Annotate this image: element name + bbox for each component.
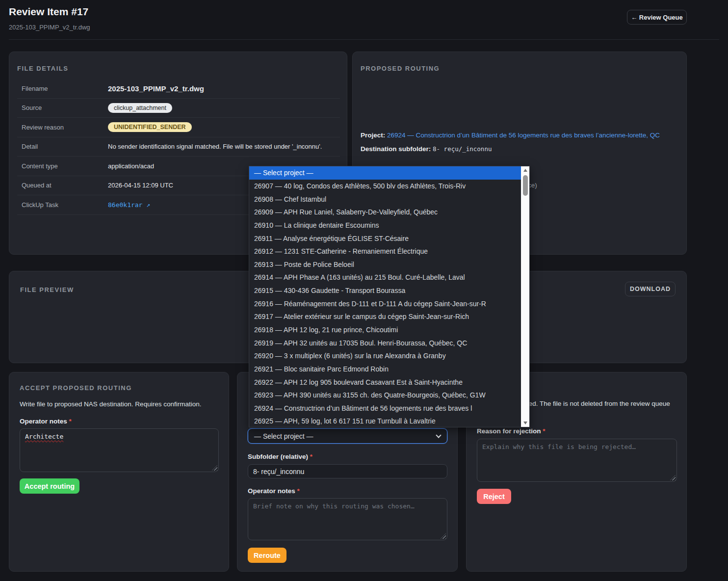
table-row: Review reason UNIDENTIFIED_SENDER (17, 118, 340, 137)
page-subtitle-filename: 2025-103_PPIMP_v2_tr.dwg (9, 24, 90, 31)
reroute-project-select-value: — Select project — (254, 432, 313, 440)
subfolder-label: Subfolder (relative) * (248, 453, 312, 460)
reject-reason-label: Reason for rejection * (477, 427, 546, 435)
review-item-page: Review Item #17 2025-103_PPIMP_v2_tr.dwg… (0, 0, 728, 581)
dropdown-option[interactable]: 26913 — Poste de Police Beloeil (249, 258, 521, 271)
reroute-notes-label: Operator notes * (248, 487, 300, 495)
reject-reason-textarea[interactable]: Explain why this file is being rejected… (477, 439, 677, 482)
accept-panel-heading: ACCEPT PROPOSED ROUTING (20, 384, 132, 392)
header-divider (9, 39, 719, 40)
table-row: Detail No sender identification signal m… (17, 137, 340, 157)
destination-line: Destination subfolder: 8- reçu/_inconnu (361, 145, 492, 153)
reroute-notes-label-text: Operator notes (248, 487, 295, 495)
dropdown-option[interactable]: 26925 — APH, 59 log, lot 6 617 151 rue T… (249, 415, 521, 427)
chevron-down-icon (436, 432, 441, 438)
dropdown-option[interactable]: 26924 — Constructrion d’un Bâtiment de 5… (249, 402, 521, 415)
subfolder-input[interactable] (248, 464, 447, 478)
project-dropdown-list: — Select project — 26907 — 40 log, Condo… (249, 166, 521, 427)
row-label: Source (22, 104, 108, 111)
row-label: Review reason (22, 124, 108, 131)
dropdown-option[interactable]: 26907 — 40 log, Condos des Athlètes, 500… (249, 180, 521, 193)
dropdown-option[interactable]: 26921 — Bloc sanitaire Parc Edmond Robin (249, 363, 521, 376)
proposed-routing-heading: PROPOSED ROUTING (361, 65, 440, 72)
reroute-notes-textarea[interactable]: Brief note on why this routing was chose… (248, 498, 447, 540)
reroute-button[interactable]: Reroute (248, 548, 286, 563)
dropdown-option[interactable]: 26909 — APH Rue Laniel, Salaberry-De-Val… (249, 206, 521, 219)
destination-value: 8- reçu/_inconnu (433, 145, 492, 153)
dropdown-option[interactable]: 26922 — APH 12 log 905 boulevard Casavan… (249, 375, 521, 389)
subfolder-label-text: Subfolder (relative) (248, 453, 308, 460)
dropdown-option[interactable]: 26918 — APH 12 log, 21 rue prince, Chico… (249, 323, 521, 337)
source-badge: clickup_attachment (108, 103, 172, 113)
table-row: Filename 2025-103_PPIMP_v2_tr.dwg (17, 79, 340, 99)
accept-notes-textarea[interactable]: Architecte (20, 428, 219, 472)
dropdown-option[interactable]: 26912 — 1231 STE-Catherine - Remaniement… (249, 245, 521, 258)
project-dropdown-popup: — Select project — 26907 — 40 log, Condo… (249, 166, 530, 427)
accept-panel-description: Write file to proposed NAS destination. … (20, 399, 221, 409)
dropdown-option[interactable]: 26919 — APH 32 unités au 17035 Boul. Hen… (249, 336, 521, 349)
row-label: Queued at (22, 182, 108, 189)
review-reason-badge: UNIDENTIFIED_SENDER (108, 122, 192, 132)
dropdown-option[interactable]: 26908 — Chef Istambul (249, 192, 521, 206)
dropdown-option[interactable]: 26916 — Réaménagement des D-111 et D-111… (249, 297, 521, 310)
dropdown-option-selected[interactable]: — Select project — (249, 166, 521, 180)
dropdown-option[interactable]: 26911 — Analyse énergétique ÉGLISE ST-Cé… (249, 232, 521, 245)
clickup-task-link[interactable]: 86e0k1rar ↗ (108, 201, 150, 209)
accept-notes-label-text: Operator notes (20, 418, 67, 425)
download-button[interactable]: DOWNLOAD (625, 282, 676, 296)
dropdown-scrollbar[interactable] (521, 166, 529, 427)
row-label: ClickUp Task (22, 201, 108, 209)
scrollbar-track[interactable] (521, 174, 529, 419)
project-label: Project: (361, 132, 385, 139)
required-asterisk: * (69, 418, 72, 425)
accept-notes-value: Architecte (25, 433, 63, 440)
reroute-notes-placeholder: Brief note on why this routing was chose… (253, 502, 415, 510)
scrollbar-thumb[interactable] (523, 175, 528, 196)
reject-button[interactable]: Reject (477, 489, 511, 504)
dropdown-option[interactable]: 26917 — Atelier extérieur sur le campus … (249, 310, 521, 323)
project-link[interactable]: 26924 — Constructrion d’un Bâtiment de 5… (387, 132, 660, 139)
file-preview-heading: FILE PREVIEW (20, 286, 74, 293)
accept-routing-panel: ACCEPT PROPOSED ROUTING Write file to pr… (9, 372, 229, 572)
content-type-value: application/acad (108, 162, 154, 170)
dropdown-option[interactable]: 26920 — 3 x multiplex (6 unités) sur la … (249, 349, 521, 363)
accept-routing-button[interactable]: Accept routing (20, 478, 79, 494)
accept-notes-label: Operator notes * (20, 418, 72, 425)
row-label: Content type (22, 162, 108, 170)
required-asterisk: * (543, 427, 545, 435)
review-queue-back-button[interactable]: ← Review Queue (627, 10, 687, 25)
file-details-heading: FILE DETAILS (17, 65, 68, 72)
destination-label: Destination subfolder: (361, 145, 431, 153)
arrow-up-icon (523, 169, 527, 172)
page-title: Review Item #17 (9, 6, 88, 18)
row-label: Detail (22, 143, 108, 150)
detail-value: No sender identification signal matched.… (108, 143, 322, 150)
scrollbar-down-button[interactable] (521, 419, 529, 427)
required-asterisk: * (297, 487, 300, 495)
scrollbar-up-button[interactable] (521, 166, 529, 174)
queued-at-value: 2026-04-15 12:09 UTC (108, 182, 173, 189)
reroute-project-select[interactable]: — Select project — (248, 428, 447, 444)
required-asterisk: * (310, 453, 312, 460)
project-line: Project: 26924 — Constructrion d’un Bâti… (361, 132, 660, 139)
dropdown-option[interactable]: 26915 — 430-436 Gaudette - Transport Bou… (249, 284, 521, 297)
row-label: Filename (22, 85, 108, 92)
filename-value: 2025-103_PPIMP_v2_tr.dwg (108, 84, 204, 93)
dropdown-option[interactable]: 26923 — APH 390 unités au 3155 ch. des Q… (249, 389, 521, 402)
arrow-down-icon (523, 422, 527, 424)
dropdown-option[interactable]: 26910 — La clinique dentaire Escoumins (249, 219, 521, 232)
table-row: Source clickup_attachment (17, 99, 340, 118)
reject-reason-placeholder: Explain why this file is being rejected… (482, 443, 636, 450)
reject-reason-label-text: Reason for rejection (477, 427, 541, 435)
dropdown-option[interactable]: 26914 — APH Phase A (163 unités) au 215 … (249, 271, 521, 284)
